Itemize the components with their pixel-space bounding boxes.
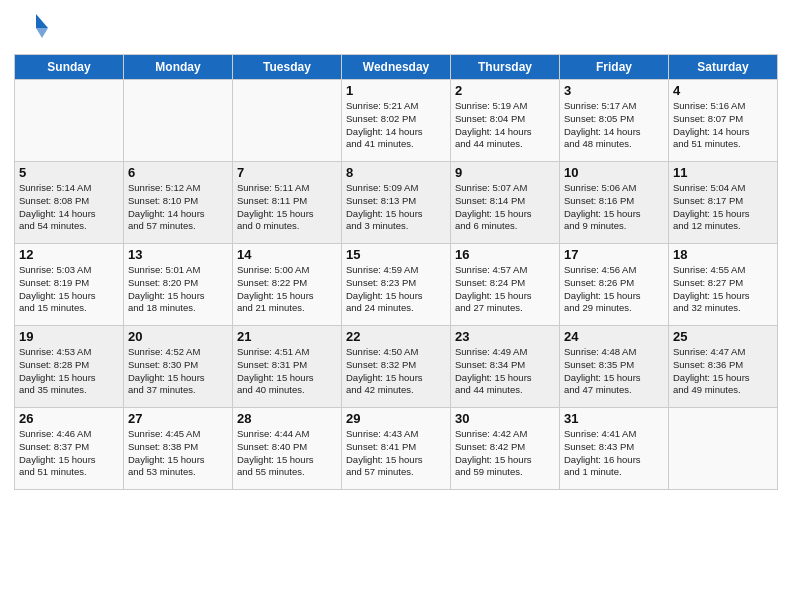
day-info: Sunrise: 5:03 AM Sunset: 8:19 PM Dayligh… — [19, 264, 119, 315]
calendar-cell: 21Sunrise: 4:51 AM Sunset: 8:31 PM Dayli… — [233, 326, 342, 408]
day-number: 19 — [19, 329, 119, 344]
day-number: 22 — [346, 329, 446, 344]
day-info: Sunrise: 4:53 AM Sunset: 8:28 PM Dayligh… — [19, 346, 119, 397]
page: SundayMondayTuesdayWednesdayThursdayFrid… — [0, 0, 792, 612]
calendar-cell: 17Sunrise: 4:56 AM Sunset: 8:26 PM Dayli… — [560, 244, 669, 326]
calendar-cell — [124, 80, 233, 162]
day-number: 10 — [564, 165, 664, 180]
day-info: Sunrise: 4:46 AM Sunset: 8:37 PM Dayligh… — [19, 428, 119, 479]
day-number: 2 — [455, 83, 555, 98]
day-number: 28 — [237, 411, 337, 426]
calendar-cell: 13Sunrise: 5:01 AM Sunset: 8:20 PM Dayli… — [124, 244, 233, 326]
day-number: 27 — [128, 411, 228, 426]
day-number: 12 — [19, 247, 119, 262]
day-number: 24 — [564, 329, 664, 344]
calendar-cell: 27Sunrise: 4:45 AM Sunset: 8:38 PM Dayli… — [124, 408, 233, 490]
week-row-3: 19Sunrise: 4:53 AM Sunset: 8:28 PM Dayli… — [15, 326, 778, 408]
calendar-cell: 3Sunrise: 5:17 AM Sunset: 8:05 PM Daylig… — [560, 80, 669, 162]
day-info: Sunrise: 4:51 AM Sunset: 8:31 PM Dayligh… — [237, 346, 337, 397]
day-number: 5 — [19, 165, 119, 180]
calendar-cell: 28Sunrise: 4:44 AM Sunset: 8:40 PM Dayli… — [233, 408, 342, 490]
day-info: Sunrise: 4:52 AM Sunset: 8:30 PM Dayligh… — [128, 346, 228, 397]
calendar-cell: 15Sunrise: 4:59 AM Sunset: 8:23 PM Dayli… — [342, 244, 451, 326]
calendar-cell: 10Sunrise: 5:06 AM Sunset: 8:16 PM Dayli… — [560, 162, 669, 244]
day-number: 20 — [128, 329, 228, 344]
day-info: Sunrise: 4:59 AM Sunset: 8:23 PM Dayligh… — [346, 264, 446, 315]
calendar-cell: 19Sunrise: 4:53 AM Sunset: 8:28 PM Dayli… — [15, 326, 124, 408]
day-number: 15 — [346, 247, 446, 262]
day-info: Sunrise: 4:57 AM Sunset: 8:24 PM Dayligh… — [455, 264, 555, 315]
day-info: Sunrise: 4:50 AM Sunset: 8:32 PM Dayligh… — [346, 346, 446, 397]
calendar-cell: 7Sunrise: 5:11 AM Sunset: 8:11 PM Daylig… — [233, 162, 342, 244]
day-number: 6 — [128, 165, 228, 180]
day-number: 1 — [346, 83, 446, 98]
day-number: 21 — [237, 329, 337, 344]
week-row-0: 1Sunrise: 5:21 AM Sunset: 8:02 PM Daylig… — [15, 80, 778, 162]
day-number: 16 — [455, 247, 555, 262]
day-number: 8 — [346, 165, 446, 180]
calendar-cell: 16Sunrise: 4:57 AM Sunset: 8:24 PM Dayli… — [451, 244, 560, 326]
calendar-cell: 26Sunrise: 4:46 AM Sunset: 8:37 PM Dayli… — [15, 408, 124, 490]
calendar-cell: 29Sunrise: 4:43 AM Sunset: 8:41 PM Dayli… — [342, 408, 451, 490]
calendar-cell: 31Sunrise: 4:41 AM Sunset: 8:43 PM Dayli… — [560, 408, 669, 490]
svg-marker-1 — [36, 28, 48, 38]
day-info: Sunrise: 4:45 AM Sunset: 8:38 PM Dayligh… — [128, 428, 228, 479]
day-number: 3 — [564, 83, 664, 98]
calendar-cell — [15, 80, 124, 162]
day-number: 14 — [237, 247, 337, 262]
calendar-cell: 5Sunrise: 5:14 AM Sunset: 8:08 PM Daylig… — [15, 162, 124, 244]
day-info: Sunrise: 4:43 AM Sunset: 8:41 PM Dayligh… — [346, 428, 446, 479]
logo-icon — [14, 10, 50, 46]
day-info: Sunrise: 4:47 AM Sunset: 8:36 PM Dayligh… — [673, 346, 773, 397]
col-header-sunday: Sunday — [15, 55, 124, 80]
day-number: 29 — [346, 411, 446, 426]
day-info: Sunrise: 4:55 AM Sunset: 8:27 PM Dayligh… — [673, 264, 773, 315]
col-header-thursday: Thursday — [451, 55, 560, 80]
day-number: 13 — [128, 247, 228, 262]
day-number: 17 — [564, 247, 664, 262]
calendar-cell: 6Sunrise: 5:12 AM Sunset: 8:10 PM Daylig… — [124, 162, 233, 244]
day-info: Sunrise: 4:48 AM Sunset: 8:35 PM Dayligh… — [564, 346, 664, 397]
calendar-cell: 8Sunrise: 5:09 AM Sunset: 8:13 PM Daylig… — [342, 162, 451, 244]
col-header-wednesday: Wednesday — [342, 55, 451, 80]
calendar-cell: 11Sunrise: 5:04 AM Sunset: 8:17 PM Dayli… — [669, 162, 778, 244]
day-info: Sunrise: 5:06 AM Sunset: 8:16 PM Dayligh… — [564, 182, 664, 233]
day-number: 9 — [455, 165, 555, 180]
day-number: 23 — [455, 329, 555, 344]
calendar-cell: 4Sunrise: 5:16 AM Sunset: 8:07 PM Daylig… — [669, 80, 778, 162]
calendar-cell: 12Sunrise: 5:03 AM Sunset: 8:19 PM Dayli… — [15, 244, 124, 326]
day-info: Sunrise: 5:11 AM Sunset: 8:11 PM Dayligh… — [237, 182, 337, 233]
calendar-cell: 18Sunrise: 4:55 AM Sunset: 8:27 PM Dayli… — [669, 244, 778, 326]
day-info: Sunrise: 5:21 AM Sunset: 8:02 PM Dayligh… — [346, 100, 446, 151]
calendar-cell: 20Sunrise: 4:52 AM Sunset: 8:30 PM Dayli… — [124, 326, 233, 408]
week-row-2: 12Sunrise: 5:03 AM Sunset: 8:19 PM Dayli… — [15, 244, 778, 326]
day-info: Sunrise: 4:41 AM Sunset: 8:43 PM Dayligh… — [564, 428, 664, 479]
header-row: SundayMondayTuesdayWednesdayThursdayFrid… — [15, 55, 778, 80]
day-info: Sunrise: 4:44 AM Sunset: 8:40 PM Dayligh… — [237, 428, 337, 479]
day-info: Sunrise: 4:56 AM Sunset: 8:26 PM Dayligh… — [564, 264, 664, 315]
calendar-cell: 25Sunrise: 4:47 AM Sunset: 8:36 PM Dayli… — [669, 326, 778, 408]
logo — [14, 10, 54, 46]
day-info: Sunrise: 5:14 AM Sunset: 8:08 PM Dayligh… — [19, 182, 119, 233]
calendar-cell: 22Sunrise: 4:50 AM Sunset: 8:32 PM Dayli… — [342, 326, 451, 408]
day-info: Sunrise: 4:49 AM Sunset: 8:34 PM Dayligh… — [455, 346, 555, 397]
calendar-cell: 24Sunrise: 4:48 AM Sunset: 8:35 PM Dayli… — [560, 326, 669, 408]
day-info: Sunrise: 5:01 AM Sunset: 8:20 PM Dayligh… — [128, 264, 228, 315]
day-number: 7 — [237, 165, 337, 180]
calendar-cell: 23Sunrise: 4:49 AM Sunset: 8:34 PM Dayli… — [451, 326, 560, 408]
header — [14, 10, 778, 46]
col-header-friday: Friday — [560, 55, 669, 80]
day-info: Sunrise: 5:09 AM Sunset: 8:13 PM Dayligh… — [346, 182, 446, 233]
day-number: 4 — [673, 83, 773, 98]
calendar-cell: 1Sunrise: 5:21 AM Sunset: 8:02 PM Daylig… — [342, 80, 451, 162]
day-info: Sunrise: 5:16 AM Sunset: 8:07 PM Dayligh… — [673, 100, 773, 151]
day-number: 11 — [673, 165, 773, 180]
calendar-table: SundayMondayTuesdayWednesdayThursdayFrid… — [14, 54, 778, 490]
svg-marker-0 — [36, 14, 48, 28]
col-header-monday: Monday — [124, 55, 233, 80]
day-info: Sunrise: 5:07 AM Sunset: 8:14 PM Dayligh… — [455, 182, 555, 233]
col-header-tuesday: Tuesday — [233, 55, 342, 80]
day-info: Sunrise: 5:12 AM Sunset: 8:10 PM Dayligh… — [128, 182, 228, 233]
day-info: Sunrise: 5:17 AM Sunset: 8:05 PM Dayligh… — [564, 100, 664, 151]
calendar-cell: 2Sunrise: 5:19 AM Sunset: 8:04 PM Daylig… — [451, 80, 560, 162]
